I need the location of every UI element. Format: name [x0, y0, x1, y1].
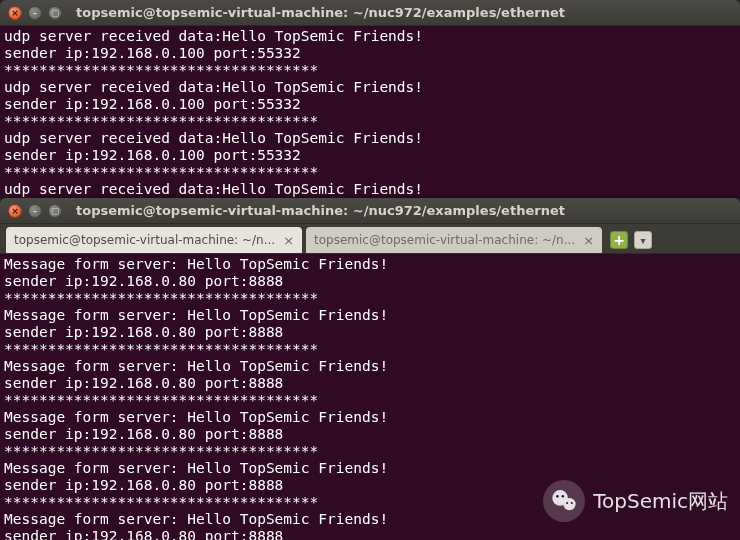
- terminal-output[interactable]: Message form server: Hello TopSemic Frie…: [0, 254, 740, 540]
- titlebar[interactable]: × – ▢ topsemic@topsemic-virtual-machine:…: [0, 0, 740, 26]
- close-icon[interactable]: ×: [8, 204, 22, 218]
- tab-label: topsemic@topsemic-virtual-machine: ~/n..…: [314, 233, 575, 247]
- minimize-icon[interactable]: –: [28, 6, 42, 20]
- tab-label: topsemic@topsemic-virtual-machine: ~/n..…: [14, 233, 275, 247]
- close-icon[interactable]: ×: [583, 233, 594, 248]
- titlebar[interactable]: × – ▢ topsemic@topsemic-virtual-machine:…: [0, 198, 740, 224]
- terminal-window-server: × – ▢ topsemic@topsemic-virtual-machine:…: [0, 0, 740, 198]
- maximize-icon[interactable]: ▢: [48, 6, 62, 20]
- window-title: topsemic@topsemic-virtual-machine: ~/nuc…: [76, 5, 565, 20]
- terminal-tab-1[interactable]: topsemic@topsemic-virtual-machine: ~/n..…: [6, 227, 302, 253]
- close-icon[interactable]: ×: [8, 6, 22, 20]
- close-icon[interactable]: ×: [283, 233, 294, 248]
- terminal-output[interactable]: udp server received data:Hello TopSemic …: [0, 26, 740, 198]
- terminal-tab-2[interactable]: topsemic@topsemic-virtual-machine: ~/n..…: [306, 227, 602, 253]
- tab-bar: topsemic@topsemic-virtual-machine: ~/n..…: [0, 224, 740, 254]
- window-title: topsemic@topsemic-virtual-machine: ~/nuc…: [76, 203, 565, 218]
- tab-menu-button[interactable]: ▾: [634, 231, 652, 249]
- minimize-icon[interactable]: –: [28, 204, 42, 218]
- terminal-window-client: × – ▢ topsemic@topsemic-virtual-machine:…: [0, 198, 740, 540]
- add-tab-button[interactable]: +: [610, 231, 628, 249]
- maximize-icon[interactable]: ▢: [48, 204, 62, 218]
